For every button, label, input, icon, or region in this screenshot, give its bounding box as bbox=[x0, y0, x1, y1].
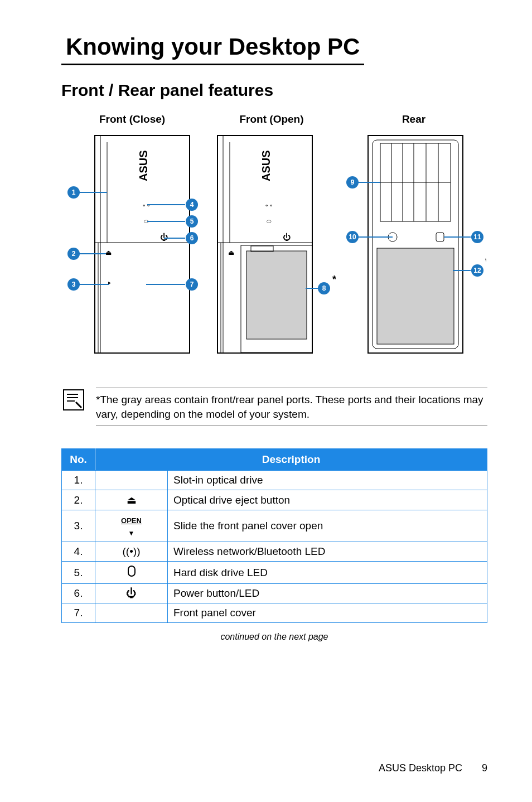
diagram-label: Rear bbox=[341, 113, 486, 125]
callout-3: 3 bbox=[72, 281, 76, 288]
cell-desc: Wireless network/Bluetooth LED bbox=[168, 542, 487, 562]
cell-icon bbox=[95, 603, 168, 623]
eject-icon: ⏏ bbox=[95, 490, 168, 510]
callout-5: 5 bbox=[190, 218, 194, 225]
cell-no: 3. bbox=[62, 510, 95, 542]
svg-rect-32 bbox=[246, 251, 307, 339]
front-open-svg: ASUS ⚬⚬ ⬭ ⏻ ⏏ 8 * bbox=[207, 131, 336, 371]
callout-4: 4 bbox=[190, 201, 194, 209]
wireless-icon: ((•)) bbox=[95, 542, 168, 562]
description-table: No. Description 1. Slot-in optical drive… bbox=[61, 448, 487, 623]
svg-rect-56 bbox=[128, 566, 135, 576]
footer-product: ASUS Desktop PC bbox=[379, 762, 462, 774]
cell-desc: Front panel cover bbox=[168, 603, 487, 623]
cell-no: 6. bbox=[62, 584, 95, 603]
th-desc: Description bbox=[95, 449, 487, 471]
callout-2: 2 bbox=[72, 250, 76, 258]
eject-icon: ⏏ bbox=[105, 249, 112, 257]
note-text: *The gray areas contain front/rear panel… bbox=[96, 393, 487, 421]
asterisk: * bbox=[332, 274, 336, 285]
vent-icon bbox=[380, 143, 451, 221]
cell-desc: Slide the front panel cover open bbox=[168, 510, 487, 542]
cell-no: 1. bbox=[62, 471, 95, 490]
diagram-label: Front (Open) bbox=[207, 113, 336, 125]
svg-text:⚬⚬: ⚬⚬ bbox=[142, 202, 151, 209]
table-row: 6. ⏻ Power button/LED bbox=[62, 584, 487, 603]
table-row: 4. ((•)) Wireless network/Bluetooth LED bbox=[62, 542, 487, 562]
cell-no: 4. bbox=[62, 542, 95, 562]
asus-logo-text: ASUS bbox=[260, 150, 272, 181]
front-close-svg: ASUS ⚬⚬ ⬭ ⏻ ⏏ ▸ 1 2 3 4 5 6 bbox=[62, 131, 202, 371]
rear-svg: 9 10 11 12 * bbox=[341, 131, 486, 371]
svg-text:⏻: ⏻ bbox=[283, 233, 291, 241]
th-no: No. bbox=[62, 449, 95, 471]
callout-9: 9 bbox=[351, 178, 355, 186]
asus-logo-text: ASUS bbox=[137, 150, 149, 181]
footer-page-number: 9 bbox=[482, 762, 487, 774]
cell-icon bbox=[95, 471, 168, 490]
cell-desc: Slot-in optical drive bbox=[168, 471, 487, 490]
diagram-front-close: Front (Close) ASUS ⚬⚬ ⬭ ⏻ ⏏ ▸ 1 2 bbox=[62, 113, 202, 373]
callout-10: 10 bbox=[349, 233, 356, 241]
diagram-front-open: Front (Open) ASUS ⚬⚬ ⬭ ⏻ ⏏ 8 * bbox=[207, 113, 336, 373]
table-row: 7. Front panel cover bbox=[62, 603, 487, 623]
callout-1: 1 bbox=[72, 189, 76, 196]
callout-6: 6 bbox=[190, 234, 194, 242]
hdd-icon bbox=[95, 562, 168, 584]
table-row: 2. ⏏ Optical drive eject button bbox=[62, 490, 487, 510]
callout-12: 12 bbox=[473, 267, 481, 274]
table-row: 3. OPEN▼ Slide the front panel cover ope… bbox=[62, 510, 487, 542]
diagram-label: Front (Close) bbox=[62, 113, 202, 125]
cell-desc: Hard disk drive LED bbox=[168, 562, 487, 584]
svg-text:⚬⚬: ⚬⚬ bbox=[264, 202, 273, 209]
asterisk: * bbox=[485, 256, 486, 267]
page-title: Knowing your Desktop PC bbox=[66, 33, 360, 60]
table-row: 5. Hard disk drive LED bbox=[62, 562, 487, 584]
power-icon: ⏻ bbox=[95, 584, 168, 603]
callout-8: 8 bbox=[322, 284, 326, 292]
cell-desc: Optical drive eject button bbox=[168, 490, 487, 510]
cell-desc: Power button/LED bbox=[168, 584, 487, 603]
callout-7: 7 bbox=[190, 281, 194, 288]
lock-icon bbox=[436, 233, 444, 241]
cell-no: 5. bbox=[62, 562, 95, 584]
note-block: *The gray areas contain front/rear panel… bbox=[61, 388, 487, 426]
svg-text:⬭: ⬭ bbox=[267, 218, 272, 224]
svg-text:⏏: ⏏ bbox=[228, 249, 234, 257]
open-icon: OPEN▼ bbox=[95, 510, 168, 542]
note-icon bbox=[61, 388, 86, 414]
diagram-rear: Rear 9 10 bbox=[341, 113, 486, 373]
power-icon: ⏻ bbox=[160, 233, 168, 241]
cell-no: 7. bbox=[62, 603, 95, 623]
table-row: 1. Slot-in optical drive bbox=[62, 471, 487, 490]
cell-no: 2. bbox=[62, 490, 95, 510]
title-block: Knowing your Desktop PC bbox=[61, 33, 487, 65]
continued-text: continued on the next page bbox=[61, 632, 487, 642]
svg-rect-46 bbox=[377, 248, 454, 344]
page-footer: ASUS Desktop PC 9 bbox=[379, 762, 487, 774]
callout-11: 11 bbox=[473, 233, 481, 241]
diagram-row: Front (Close) ASUS ⚬⚬ ⬭ ⏻ ⏏ ▸ 1 2 bbox=[61, 113, 487, 373]
section-heading: Front / Rear panel features bbox=[61, 81, 487, 100]
